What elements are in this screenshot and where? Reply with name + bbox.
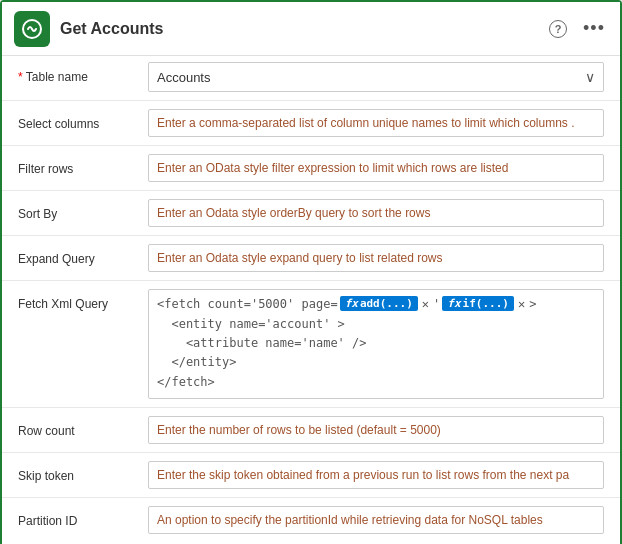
xml-line-2: <attribute name='name' /> [157, 334, 595, 353]
fetch-xml-prefix: <fetch count='5000' page= [157, 297, 338, 311]
row-count-input[interactable] [148, 416, 604, 444]
sort-by-input[interactable] [148, 199, 604, 227]
separator-8 [2, 497, 620, 498]
app-icon [14, 11, 50, 47]
expand-query-row: Expand Query [2, 238, 620, 278]
xml-line-3: </entity> [157, 353, 595, 372]
row-count-label: Row count [18, 416, 148, 438]
fetch-xml-separator: ' [433, 297, 440, 311]
separator-5 [2, 280, 620, 281]
close-icon-add[interactable]: ✕ [420, 297, 431, 311]
xml-line-1: <entity name='account' > [157, 315, 595, 334]
fx2-text: if(...) [463, 297, 509, 310]
fetch-xml-code: <entity name='account' > <attribute name… [157, 315, 595, 392]
separator-1 [2, 100, 620, 101]
header-right: ? ••• [544, 15, 608, 43]
help-button[interactable]: ? [544, 15, 572, 43]
fx2-label: fx [447, 297, 460, 310]
fx1-text: add(...) [360, 297, 413, 310]
fetch-xml-row: Fetch Xml Query <fetch count='5000' page… [2, 283, 620, 405]
separator-4 [2, 235, 620, 236]
close-icon-if[interactable]: ✕ [516, 297, 527, 311]
chevron-down-icon: ∨ [585, 69, 595, 85]
row-count-row: Row count [2, 410, 620, 450]
separator-2 [2, 145, 620, 146]
sort-by-label: Sort By [18, 199, 148, 221]
select-columns-label: Select columns [18, 109, 148, 131]
fetch-xml-area[interactable]: <fetch count='5000' page= fx add(...) ✕ … [148, 289, 604, 399]
fetch-xml-suffix: > [529, 297, 536, 311]
card-header: Get Accounts ? ••• [2, 2, 620, 56]
table-name-value: Accounts [157, 70, 210, 85]
fx1-label: fx [345, 297, 358, 310]
sort-by-row: Sort By [2, 193, 620, 233]
expand-query-label: Expand Query [18, 244, 148, 266]
filter-rows-row: Filter rows [2, 148, 620, 188]
select-columns-input[interactable] [148, 109, 604, 137]
fetch-xml-label: Fetch Xml Query [18, 289, 148, 311]
page-title: Get Accounts [60, 20, 163, 38]
skip-token-label: Skip token [18, 461, 148, 483]
filter-rows-label: Filter rows [18, 154, 148, 176]
skip-token-row: Skip token [2, 455, 620, 495]
separator-7 [2, 452, 620, 453]
separator-6 [2, 407, 620, 408]
separator-3 [2, 190, 620, 191]
expand-query-input[interactable] [148, 244, 604, 272]
table-name-row: * Table name Accounts ∨ [2, 56, 620, 98]
card-container: Get Accounts ? ••• * Table name Accounts… [0, 0, 622, 544]
card-body: * Table name Accounts ∨ Select columns F… [2, 56, 620, 540]
partition-id-row: Partition ID [2, 500, 620, 540]
skip-token-input[interactable] [148, 461, 604, 489]
partition-id-input[interactable] [148, 506, 604, 534]
partition-id-label: Partition ID [18, 506, 148, 528]
select-columns-row: Select columns [2, 103, 620, 143]
fx-token-if[interactable]: fx if(...) [442, 296, 514, 311]
more-options-button[interactable]: ••• [580, 15, 608, 43]
xml-line-4: </fetch> [157, 373, 595, 392]
fx-token-add[interactable]: fx add(...) [340, 296, 418, 311]
header-left: Get Accounts [14, 11, 163, 47]
table-name-label: * Table name [18, 62, 148, 84]
fetch-xml-line1: <fetch count='5000' page= fx add(...) ✕ … [157, 296, 595, 311]
table-name-select[interactable]: Accounts ∨ [148, 62, 604, 92]
filter-rows-input[interactable] [148, 154, 604, 182]
